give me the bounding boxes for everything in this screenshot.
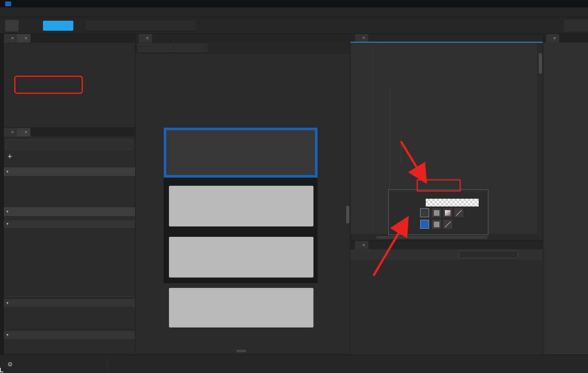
document-selector[interactable] (85, 20, 196, 31)
add-module-button[interactable]: + (7, 151, 19, 162)
tab-projects[interactable]: ✕ (17, 34, 30, 43)
status-bar: ⚙ (0, 354, 588, 373)
close-icon[interactable]: ✕ (362, 243, 365, 248)
navigator-tabbar: ✕ ✕ (4, 34, 135, 43)
divider (107, 359, 107, 369)
corner-mark (0, 368, 3, 372)
title-bar (0, 0, 588, 7)
canvas-tabbar: ✕ (136, 34, 350, 43)
code-hscroll-handle[interactable] (376, 236, 488, 239)
qt-design-studio-window: ✕ ✕ ✕ ✕ + ▼ ▼ ▼ ▼ ▼ ✕ (0, 0, 588, 373)
code-scrollbar-track[interactable] (538, 43, 543, 241)
properties-panel: ✕ (543, 34, 588, 354)
tab-code[interactable]: ✕ (355, 34, 368, 42)
list-item-map[interactable] (169, 288, 313, 327)
components-panel: ✕ ✕ + ▼ ▼ ▼ ▼ ▼ (4, 128, 135, 354)
main-toolbar (0, 17, 588, 34)
form-editor-panel: ✕ (135, 34, 350, 354)
canvas-horizontal-scrollbar[interactable] (236, 350, 246, 352)
tab-components[interactable]: ✕ (4, 128, 17, 137)
live-preview-button[interactable] (43, 21, 73, 31)
left-dock-rail (0, 34, 4, 354)
color-transparent-button[interactable] (454, 208, 464, 218)
home-button[interactable] (5, 20, 19, 31)
output-tabbar: ✕ (351, 241, 543, 249)
properties-tabbar: ✕ (543, 34, 588, 43)
project-tree (4, 43, 135, 128)
tab-2d[interactable]: ✕ (139, 34, 152, 43)
quick-toolbar-popup (388, 189, 488, 235)
search-input[interactable] (12, 142, 129, 148)
divider (6, 296, 133, 297)
section-views[interactable]: ▼ (4, 299, 135, 307)
section-default-components[interactable]: ▼ (4, 207, 135, 216)
navigator-panel: ✕ ✕ (4, 34, 135, 128)
code-view-button[interactable] (545, 21, 555, 31)
override-height-field[interactable] (173, 44, 207, 52)
list-item-music[interactable] (164, 128, 318, 178)
tab-assets[interactable]: ✕ (17, 128, 30, 137)
tab-properties[interactable]: ✕ (546, 34, 559, 43)
share-nodes-button[interactable] (529, 21, 539, 31)
tab-navigator[interactable]: ✕ (4, 34, 17, 43)
indent-guide (401, 137, 401, 163)
list-item-camera[interactable] (169, 237, 313, 278)
close-icon[interactable]: ✕ (553, 36, 556, 41)
section-positioner[interactable]: ▼ (4, 331, 135, 339)
tab-output[interactable]: ✕ (355, 241, 368, 249)
code-tabbar: ✕ (351, 34, 543, 43)
canvas-vertical-scrollbar[interactable] (346, 206, 349, 224)
output-panel: ✕ (350, 241, 543, 354)
output-filter[interactable] (459, 251, 518, 258)
app-logo-icon (5, 1, 11, 6)
gradient-bar[interactable] (426, 199, 479, 206)
close-icon[interactable]: ✕ (11, 130, 14, 135)
components-tabbar: ✕ ✕ (4, 128, 135, 137)
nav-forward-button[interactable] (222, 21, 231, 31)
canvas-toolbar (136, 43, 350, 53)
border-solid-button[interactable] (431, 219, 442, 229)
component-search[interactable] (6, 140, 132, 149)
settings-gear-icon[interactable]: ⚙ (7, 360, 13, 368)
color-swatch[interactable] (420, 208, 429, 217)
color-solid-button[interactable] (431, 208, 442, 218)
code-scrollbar-handle[interactable] (539, 53, 542, 74)
border-transparent-button[interactable] (442, 219, 453, 229)
close-icon[interactable]: ✕ (24, 36, 27, 41)
indent-guide (389, 85, 390, 201)
close-icon[interactable]: ✕ (11, 36, 14, 41)
color-gradient-button[interactable] (442, 208, 453, 218)
border-swatch[interactable] (420, 220, 429, 229)
list-item-movies[interactable] (169, 186, 313, 226)
gutter-divider (373, 43, 374, 234)
close-icon[interactable]: ✕ (362, 36, 365, 40)
workspace-selector[interactable] (563, 20, 588, 31)
nav-back-button[interactable] (206, 21, 216, 31)
close-icon[interactable]: ✕ (146, 36, 149, 41)
close-document-button[interactable] (237, 21, 247, 31)
filter-input[interactable] (463, 252, 516, 258)
override-width-field[interactable] (138, 44, 172, 52)
close-icon[interactable]: ✕ (24, 130, 27, 135)
section-my-components[interactable]: ▼ (4, 167, 135, 176)
section-basic[interactable]: ▼ (4, 220, 135, 228)
run-button[interactable] (22, 20, 35, 31)
menu-bar (0, 7, 588, 17)
